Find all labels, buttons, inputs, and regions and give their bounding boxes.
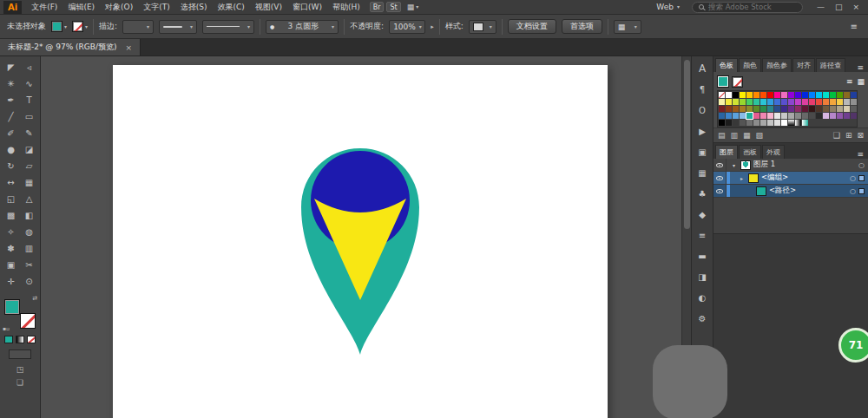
graphic-styles-panel-icon[interactable]: ⚙	[691, 308, 713, 329]
swatch-cell[interactable]	[733, 99, 739, 105]
blob-brush-tool[interactable]: ●	[2, 141, 20, 158]
blend-tool[interactable]: ◍	[20, 224, 38, 240]
swatch-cell[interactable]	[851, 99, 857, 105]
swatch-cell[interactable]	[767, 92, 773, 98]
swatch-cell[interactable]	[802, 99, 808, 105]
gradient-tool[interactable]: ◧	[20, 207, 38, 224]
swatch-kinds-icon[interactable]: ▦	[743, 131, 751, 140]
expand-chevron-icon[interactable]: ▾	[730, 162, 738, 168]
layer-row[interactable]: ▾图层 1○	[713, 159, 868, 172]
swatch-cell[interactable]	[823, 92, 829, 98]
menu-item[interactable]: 选择(S)	[175, 0, 213, 15]
swatch-cell[interactable]	[809, 120, 815, 126]
swatch-cell[interactable]	[726, 106, 732, 112]
swatch-cell[interactable]	[746, 92, 753, 98]
swatch-cell[interactable]	[795, 106, 801, 112]
width-tool[interactable]: ↔	[2, 174, 20, 191]
preferences-button[interactable]: 首选项	[562, 19, 602, 34]
visibility-toggle[interactable]	[713, 159, 727, 171]
swatch-cell[interactable]	[774, 106, 780, 112]
list-view-icon[interactable]: ≡	[846, 77, 853, 86]
swatch-libraries-icon[interactable]: ▤	[718, 131, 726, 140]
hand-tool[interactable]: ✛	[2, 273, 20, 290]
canvas-area[interactable]	[41, 56, 691, 418]
swatch-cell[interactable]	[774, 92, 780, 98]
swatch-cell[interactable]	[753, 92, 760, 98]
swatch-cell[interactable]	[767, 99, 773, 105]
opacity-dropdown[interactable]: 100% ▾	[389, 20, 425, 34]
swatch-cell[interactable]	[740, 120, 746, 126]
swatch-cell[interactable]	[837, 113, 843, 119]
toolbar-fill-swatch[interactable]	[4, 299, 20, 315]
opacity-submenu-arrow-icon[interactable]: ▸	[431, 23, 434, 30]
swatch-cell[interactable]	[767, 106, 773, 112]
scrollbar-thumb[interactable]	[684, 60, 690, 229]
magic-wand-tool[interactable]: ✳	[2, 75, 20, 92]
stroke-color-control[interactable]: ▾	[72, 21, 88, 32]
document-setup-button[interactable]: 文档设置	[508, 19, 556, 34]
panel-tab[interactable]: 图层	[715, 145, 738, 159]
swatch-cell[interactable]	[719, 106, 725, 112]
swatch-cell[interactable]	[719, 99, 725, 105]
swatch-cell[interactable]	[816, 106, 822, 112]
eraser-tool[interactable]: ◪	[20, 141, 38, 158]
swatch-cell[interactable]	[767, 120, 773, 126]
menu-item[interactable]: 文字(T)	[138, 0, 175, 15]
eyedropper-tool[interactable]: ✧	[2, 224, 20, 240]
fill-color-control[interactable]: ▾	[51, 21, 67, 32]
swatch-cell[interactable]	[802, 113, 808, 119]
control-panel-menu-icon[interactable]: ≡	[847, 22, 861, 31]
character-styles-panel-icon[interactable]: A	[691, 58, 713, 79]
width-profile-dropdown[interactable]: ▾	[202, 20, 254, 34]
opentype-panel-icon[interactable]: O	[691, 100, 713, 121]
pattern-options-panel-icon[interactable]: ▦	[691, 162, 713, 183]
layer-label[interactable]: 图层 1	[753, 160, 775, 170]
swatch-cell[interactable]	[844, 99, 850, 105]
pencil-tool[interactable]: ✎	[20, 125, 38, 141]
notification-badge[interactable]: 71	[838, 328, 868, 362]
menu-item[interactable]: 效果(C)	[212, 0, 249, 15]
type-tool[interactable]: T	[20, 92, 38, 108]
mesh-tool[interactable]: ▩	[2, 207, 20, 224]
swatch-cell[interactable]	[753, 99, 760, 105]
symbol-sprayer-tool[interactable]: ✽	[2, 240, 20, 257]
swatch-cell[interactable]	[823, 99, 829, 105]
new-swatch-icon[interactable]: ⊞	[845, 131, 852, 140]
swatch-cell[interactable]	[816, 120, 822, 126]
panel-menu-icon[interactable]: ≡	[852, 63, 868, 72]
align-dropdown[interactable]: ▦ ▾	[614, 20, 641, 34]
swatch-cell[interactable]	[837, 92, 843, 98]
fill-color-chip[interactable]	[51, 21, 62, 32]
panel-tab[interactable]: 外观	[762, 145, 785, 159]
swatch-cell[interactable]	[816, 113, 822, 119]
new-color-group-icon[interactable]: ❑	[833, 131, 840, 140]
current-none-swatch[interactable]	[732, 76, 743, 88]
swatch-cell[interactable]	[733, 120, 739, 126]
swatch-cell[interactable]	[767, 113, 773, 119]
selection-tool[interactable]: ◤	[2, 59, 20, 75]
layer-label[interactable]: <路径>	[769, 186, 796, 196]
current-fill-swatch[interactable]	[717, 75, 729, 88]
artboards-panel-icon[interactable]: ▣	[691, 141, 713, 162]
swatch-cell[interactable]	[851, 106, 857, 112]
swatch-cell[interactable]	[726, 99, 732, 105]
swatch-cell[interactable]	[746, 99, 753, 105]
map-pin-graphic[interactable]	[291, 145, 430, 357]
stroke-preview-dropdown[interactable]: ▾	[159, 20, 197, 34]
swatch-cell[interactable]	[830, 120, 836, 126]
swatch-cell[interactable]	[726, 92, 732, 98]
grid-view-icon[interactable]: ▦	[857, 77, 865, 86]
menu-item[interactable]: 编辑(E)	[62, 0, 100, 15]
panel-tab[interactable]: 颜色参	[762, 58, 792, 72]
menu-app-button[interactable]: St	[386, 2, 400, 12]
appearance-panel-icon[interactable]: ≡	[691, 225, 713, 245]
shape-builder-tool[interactable]: ◱	[2, 191, 20, 207]
panel-menu-icon[interactable]: ≡	[852, 150, 868, 159]
swatch-cell[interactable]	[851, 92, 857, 98]
default-fill-stroke-icon[interactable]: ▪▫	[3, 325, 10, 331]
menu-item[interactable]: 文件(F)	[26, 0, 62, 15]
layer-row[interactable]: ▸<编组>○	[713, 172, 868, 185]
close-tab-icon[interactable]: ×	[126, 43, 133, 52]
visibility-toggle[interactable]	[713, 172, 727, 184]
color-themes-icon[interactable]: ▥	[731, 131, 739, 140]
